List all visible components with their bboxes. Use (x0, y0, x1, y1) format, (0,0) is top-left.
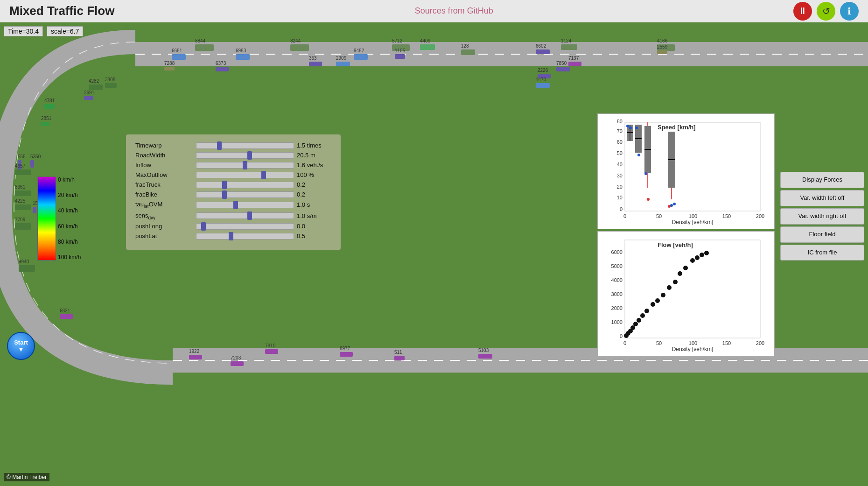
svg-text:80: 80 (617, 119, 623, 124)
ctrl-label-5: fracBike (135, 191, 196, 198)
svg-point-63 (640, 313, 645, 318)
ctrl-slider-5[interactable] (196, 191, 294, 198)
ctrl-value-3: 100 % (294, 171, 331, 178)
vehicle-label-4409: 4409 (420, 38, 430, 43)
svg-text:100: 100 (689, 213, 697, 219)
vehicle-label-2851: 2851 (41, 116, 51, 121)
vehicle-6602 (536, 49, 550, 54)
pause-button[interactable]: ⏸ (793, 2, 812, 21)
speed-label-1: 20 km/h (58, 192, 81, 198)
ctrl-label-7: sensdvy (135, 212, 196, 220)
flow-chart: 0 1000 2000 3000 4000 5000 6000 0 50 100… (597, 231, 775, 356)
vehicle-label-6983: 6983 (236, 48, 246, 53)
title-bar: Mixed Traffic Flow Sources from GitHub ⏸… (0, 0, 868, 22)
vehicle-label-8361: 8361 (15, 184, 25, 190)
svg-point-70 (678, 271, 682, 276)
vehicle-label-1105: 1105 (395, 48, 405, 53)
vehicle-1124 (561, 44, 577, 50)
color-labels: 0 km/h 20 km/h 40 km/h 60 km/h 80 km/h 1… (56, 176, 83, 261)
vehicle-8844 (195, 44, 214, 51)
speed-label-3: 60 km/h (58, 223, 81, 230)
vehicle-2559 (657, 50, 667, 54)
vehicle-9940 (19, 265, 35, 272)
ctrl-row-taulatovm: taulatOVM1.0 s (135, 201, 331, 209)
vehicle-label-2909: 2909 (336, 56, 346, 61)
svg-text:50: 50 (656, 340, 662, 346)
svg-text:30: 30 (617, 173, 623, 178)
ctrl-value-8: 0.0 (294, 223, 331, 230)
var-width-right-button[interactable]: Var. width right off (780, 208, 864, 225)
ctrl-row-pushlong: pushLong0.0 (135, 223, 331, 230)
vehicle-label-7203: 7203 (231, 355, 241, 360)
svg-point-71 (683, 266, 688, 270)
ic-from-file-button[interactable]: IC from file (780, 245, 864, 261)
ctrl-slider-6[interactable] (196, 202, 294, 208)
vehicle-label-7288: 7288 (164, 61, 175, 66)
svg-text:40: 40 (617, 162, 623, 167)
vehicle-128 (461, 49, 475, 55)
vehicle-6983 (236, 54, 250, 60)
speed-label-0: 0 km/h (58, 176, 81, 183)
vehicle-6373 (216, 67, 229, 71)
vehicle-4225 (15, 204, 31, 210)
svg-text:Density [veh/km]: Density [veh/km] (672, 219, 714, 225)
svg-point-68 (667, 285, 672, 290)
svg-text:100: 100 (689, 340, 697, 346)
ctrl-label-9: pushLat (135, 232, 196, 239)
vehicle-label-8977: 8977 (340, 346, 350, 351)
vehicle-4409 (420, 44, 435, 50)
ctrl-row-sensdvy: sensdvy1.0 s/m (135, 212, 331, 220)
svg-rect-42 (625, 240, 760, 338)
vehicle-label-558: 558 (18, 154, 26, 159)
ctrl-slider-7[interactable] (196, 212, 294, 219)
vehicle-label-353: 353 (309, 56, 317, 61)
svg-text:3000: 3000 (611, 291, 623, 297)
vehicle-label-2559: 2559 (657, 44, 667, 49)
vehicle-label-5350: 5350 (30, 154, 41, 159)
svg-point-38 (647, 198, 650, 201)
ctrl-slider-1[interactable] (196, 152, 294, 159)
ctrl-slider-9[interactable] (196, 233, 294, 239)
start-button[interactable]: Start ▼ (7, 332, 35, 360)
var-width-left-button[interactable]: Var. width left off (780, 190, 864, 206)
start-icon: ▼ (18, 346, 24, 353)
app-title: Mixed Traffic Flow (9, 4, 114, 18)
ctrl-slider-0[interactable] (196, 142, 294, 149)
svg-point-65 (651, 302, 655, 307)
svg-text:1000: 1000 (611, 319, 623, 325)
vehicle-label-1124: 1124 (561, 38, 571, 43)
vehicle-8361 (15, 190, 31, 196)
ctrl-slider-3[interactable] (196, 172, 294, 178)
vehicle-2851 (41, 122, 49, 126)
floor-field-button[interactable]: Floor field (780, 226, 864, 243)
svg-text:6000: 6000 (611, 249, 623, 255)
time-display: Time=30.4 (4, 26, 43, 36)
svg-text:10: 10 (617, 195, 623, 200)
controls-panel: Timewarp1.5 timesRoadWidth20.5 mInflow1.… (126, 134, 341, 250)
vehicle-label-7810: 7810 (265, 343, 275, 348)
ctrl-label-0: Timewarp (135, 142, 196, 149)
ctrl-slider-2[interactable] (196, 162, 294, 169)
color-bar (37, 176, 56, 261)
simulation-area: Time=30.4 scale=6.7 0 km/h 20 km/h 40 km… (0, 22, 868, 486)
svg-point-67 (661, 293, 665, 297)
ctrl-slider-4[interactable] (196, 182, 294, 188)
vehicle-2909 (336, 62, 350, 66)
vehicle-label-7850: 7850 (556, 61, 567, 66)
ctrl-value-0: 1.5 times (294, 142, 331, 149)
ctrl-slider-8[interactable] (196, 223, 294, 230)
info-button[interactable]: ℹ (840, 2, 859, 21)
vehicle-7137 (568, 62, 581, 66)
ctrl-value-2: 1.6 veh./s (294, 162, 331, 169)
vehicle-1536 (33, 207, 36, 213)
ctrl-row-inflow: Inflow1.6 veh./s (135, 162, 331, 169)
color-legend: 0 km/h 20 km/h 40 km/h 60 km/h 80 km/h 1… (37, 176, 83, 261)
github-link[interactable]: Sources from GitHub (415, 6, 493, 16)
vehicle-label-7709: 7709 (15, 217, 25, 222)
display-forces-button[interactable]: Display Forces (780, 172, 864, 188)
ctrl-value-7: 1.0 s/m (294, 212, 331, 219)
ctrl-value-4: 0.2 (294, 181, 331, 188)
restart-button[interactable]: ↺ (817, 2, 835, 21)
copyright: © Martin Treiber (4, 473, 49, 481)
vehicle-7810 (265, 349, 278, 354)
